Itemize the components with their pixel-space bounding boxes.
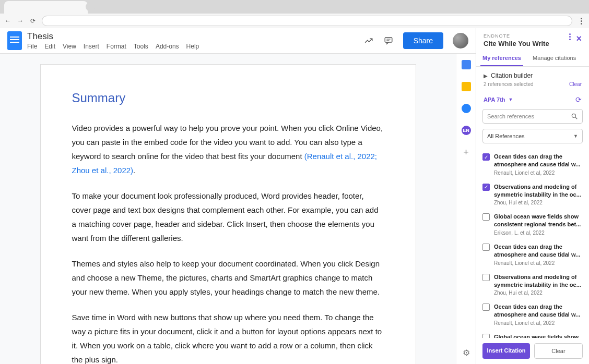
tab-curve: [86, 2, 95, 11]
reference-title: Ocean tides can drag the atmosphere and …: [494, 243, 583, 259]
back-icon[interactable]: ←: [4, 17, 11, 25]
reference-title: Ocean tides can drag the atmosphere and …: [494, 153, 583, 168]
selection-row: 2 references selected Clear: [476, 81, 589, 92]
reference-checkbox[interactable]: ✓: [482, 153, 490, 161]
activity-icon[interactable]: [363, 35, 374, 46]
search-icon: [571, 113, 578, 120]
reference-title: Observations and modeling of symmetric i…: [494, 183, 583, 199]
collection-dropdown[interactable]: All References ▼: [482, 129, 583, 143]
reference-item[interactable]: ✓Observations and modeling of symmetric …: [476, 180, 589, 210]
panel-title: Cite While You Write: [484, 40, 569, 47]
search-placeholder: Search references: [487, 113, 534, 119]
svg-rect-0: [385, 38, 392, 42]
app-container: Thesis File Edit View Insert Format Tool…: [0, 28, 589, 364]
menu-file[interactable]: File: [27, 43, 37, 50]
docs-body: Summary Video provides a powerful way to…: [0, 53, 476, 364]
paragraph-2: To make your document look professionall…: [72, 189, 384, 245]
add-addon-icon[interactable]: +: [463, 148, 469, 157]
address-bar[interactable]: [42, 16, 572, 26]
document-title[interactable]: Thesis: [27, 32, 358, 41]
tab-manage-citations[interactable]: Manage citations: [531, 51, 578, 66]
citation-style-row[interactable]: APA 7th ▼ ⟳: [476, 92, 589, 107]
docs-app: Thesis File Edit View Insert Format Tool…: [0, 28, 476, 364]
paragraph-4: Save time in Word with new buttons that …: [72, 310, 384, 364]
reload-icon[interactable]: ⟳: [29, 17, 37, 25]
reference-checkbox[interactable]: ✓: [482, 184, 490, 191]
reference-item[interactable]: Observations and modeling of symmetric i…: [476, 270, 589, 300]
insert-citation-button[interactable]: Insert Citation: [482, 343, 530, 359]
paragraph-3: Themes and styles also help to keep your…: [72, 257, 384, 299]
side-rail: EN + ⚙: [456, 54, 476, 364]
keep-icon[interactable]: [462, 82, 471, 91]
page-scroll[interactable]: Summary Video provides a powerful way to…: [0, 54, 456, 364]
reference-title: Ocean tides can drag the atmosphere and …: [494, 303, 583, 319]
reference-checkbox[interactable]: [482, 334, 490, 338]
clear-button[interactable]: Clear: [534, 343, 583, 359]
panel-menu-icon[interactable]: [569, 33, 571, 40]
svg-line-4: [575, 117, 578, 119]
gear-icon[interactable]: ⚙: [463, 348, 470, 358]
reference-checkbox[interactable]: [482, 244, 490, 251]
reference-author: Erikson, L. et al, 2022: [494, 230, 583, 236]
document-page[interactable]: Summary Video provides a powerful way to…: [40, 64, 416, 364]
reference-checkbox[interactable]: [482, 213, 490, 221]
selected-count: 2 references selected: [484, 81, 534, 87]
tab-strip: [0, 0, 589, 14]
avatar[interactable]: [453, 33, 468, 48]
chevron-down-icon: ▼: [509, 97, 513, 102]
tab-my-references[interactable]: My references: [480, 51, 523, 66]
search-input[interactable]: Search references: [482, 109, 583, 124]
chevron-right-icon: ▶: [484, 73, 488, 79]
reference-item[interactable]: Global ocean wave fields show consistent…: [476, 210, 589, 240]
reference-list[interactable]: ✓Ocean tides can drag the atmosphere and…: [476, 147, 589, 338]
reference-item[interactable]: ✓Ocean tides can drag the atmosphere and…: [476, 150, 589, 180]
reference-author: Zhou, Hui et al, 2022: [494, 290, 583, 296]
menu-view[interactable]: View: [63, 43, 76, 50]
docs-header: Thesis File Edit View Insert Format Tool…: [0, 28, 476, 53]
panel-supertitle: ENDNOTE: [484, 33, 569, 39]
reference-title: Observations and modeling of symmetric i…: [494, 273, 583, 289]
panel-footer: Insert Citation Clear: [476, 338, 589, 364]
reference-author: Renault, Lionel et al, 2022: [494, 320, 583, 326]
reference-author: Renault, Lionel et al, 2022: [494, 260, 583, 266]
paragraph-1: Video provides a powerful way to help yo…: [72, 121, 384, 177]
citation-builder-row[interactable]: ▶ Citation builder: [476, 67, 589, 81]
menu-edit[interactable]: Edit: [44, 43, 55, 50]
browser-toolbar: ← → ⟳: [0, 14, 589, 28]
chevron-down-icon: ▼: [573, 134, 578, 139]
reference-item[interactable]: Ocean tides can drag the atmosphere and …: [476, 300, 589, 330]
menu-format[interactable]: Format: [107, 43, 126, 50]
clear-selection-link[interactable]: Clear: [569, 81, 582, 87]
forward-icon[interactable]: →: [17, 17, 24, 25]
menu-insert[interactable]: Insert: [84, 43, 99, 50]
endnote-icon[interactable]: EN: [462, 126, 471, 135]
refresh-icon[interactable]: ⟳: [575, 95, 582, 104]
comments-icon[interactable]: [383, 35, 394, 46]
reference-author: Zhou, Hui et al, 2022: [494, 200, 583, 205]
reference-title: Global ocean wave fields show: [494, 333, 583, 338]
svg-point-3: [572, 114, 575, 117]
menu-bar: File Edit View Insert Format Tools Add-o…: [27, 43, 358, 50]
collection-selected: All References: [487, 133, 525, 139]
citation-style: APA 7th: [484, 96, 505, 103]
browser-chrome: ← → ⟳: [0, 0, 589, 28]
docs-logo-icon[interactable]: [7, 31, 22, 50]
reference-item[interactable]: Ocean tides can drag the atmosphere and …: [476, 240, 589, 270]
citation-builder-label: Citation builder: [491, 72, 533, 79]
paragraph-1-end: .: [133, 166, 135, 175]
panel-header: ENDNOTE Cite While You Write ×: [476, 28, 589, 51]
browser-menu-icon[interactable]: [578, 18, 585, 25]
menu-addons[interactable]: Add-ons: [156, 43, 179, 50]
menu-tools[interactable]: Tools: [134, 43, 148, 50]
calendar-icon[interactable]: [462, 60, 471, 69]
tasks-icon[interactable]: [462, 104, 471, 113]
reference-checkbox[interactable]: [482, 274, 490, 281]
reference-title: Global ocean wave fields show consistent…: [494, 213, 583, 228]
panel-tabs: My references Manage citations: [476, 51, 589, 67]
reference-checkbox[interactable]: [482, 304, 490, 311]
menu-help[interactable]: Help: [186, 43, 199, 50]
reference-item[interactable]: Global ocean wave fields show: [476, 330, 589, 338]
close-icon[interactable]: ×: [576, 33, 582, 44]
share-button[interactable]: Share: [403, 32, 443, 49]
browser-tab[interactable]: [4, 1, 88, 14]
